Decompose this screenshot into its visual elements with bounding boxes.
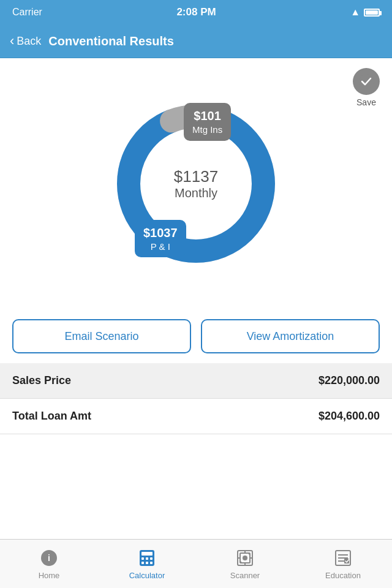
time-label: 2:08 PM [176,6,216,18]
main-content: Save $1137 Monthly $101 Mtg Ins [0,58,392,539]
svg-point-0 [359,74,374,89]
mtg-ins-label: Mtg Ins [192,124,222,136]
svg-rect-13 [150,562,153,564]
svg-text:i: i [48,553,50,563]
data-table: Sales Price $220,000.00 Total Loan Amt $… [0,363,392,434]
tab-bar: i Home Calculator [0,539,392,588]
svg-rect-10 [150,557,153,560]
tab-education-label: Education [325,571,361,580]
back-chevron-icon: ‹ [10,34,14,48]
buttons-row: Email Scenario View Amortization [0,309,392,363]
tab-calculator-label: Calculator [129,571,165,580]
page-title: Conventional Results [48,34,173,48]
nav-bar: ‹ Back Conventional Results [0,24,392,58]
scanner-icon [235,548,255,568]
svg-point-16 [243,556,247,560]
svg-rect-9 [146,557,148,560]
back-label: Back [17,35,41,48]
home-icon: i [39,548,59,568]
tab-calculator[interactable]: Calculator [98,540,196,588]
svg-rect-11 [141,562,144,564]
total-loan-label: Total Loan Amt [0,410,188,423]
total-loan-value: $204,600.00 [188,410,392,423]
tab-scanner[interactable]: Scanner [196,540,294,588]
tab-scanner-label: Scanner [230,571,260,580]
back-button[interactable]: ‹ Back [10,34,41,48]
pi-amount: $1037 [143,225,178,241]
education-icon [333,548,353,568]
battery-icon [364,9,380,17]
donut-center: $1137 Monthly [174,167,218,200]
svg-rect-7 [141,552,153,556]
status-bar: Carrier 2:08 PM ▲ [0,0,392,24]
chart-area: Save $1137 Monthly $101 Mtg Ins [0,58,392,309]
table-row: Total Loan Amt $204,600.00 [0,399,392,434]
table-row: Sales Price $220,000.00 [0,363,392,399]
sales-price-label: Sales Price [0,374,188,387]
tab-home-label: Home [39,571,60,580]
svg-rect-12 [146,562,148,564]
mtg-ins-amount: $101 [192,108,222,124]
donut-label: Monthly [174,186,218,200]
calculator-icon [137,548,157,568]
status-icons: ▲ [350,7,380,18]
svg-rect-8 [141,557,144,560]
tab-home[interactable]: i Home [0,540,98,588]
donut-amount: $1137 [174,167,218,186]
donut-chart: $1137 Monthly $101 Mtg Ins $1037 P & I [104,92,288,276]
mtg-ins-bubble: $101 Mtg Ins [184,103,231,141]
pi-bubble: $1037 P & I [135,220,186,258]
save-circle-icon [353,68,380,95]
sales-price-value: $220,000.00 [188,374,392,387]
carrier-label: Carrier [12,7,42,18]
save-label: Save [356,97,376,107]
save-button[interactable]: Save [353,68,380,107]
view-amortization-button[interactable]: View Amortization [201,319,380,353]
tab-education[interactable]: Education [294,540,392,588]
email-scenario-button[interactable]: Email Scenario [12,319,191,353]
pi-label: P & I [143,241,178,253]
wifi-icon: ▲ [350,7,360,18]
